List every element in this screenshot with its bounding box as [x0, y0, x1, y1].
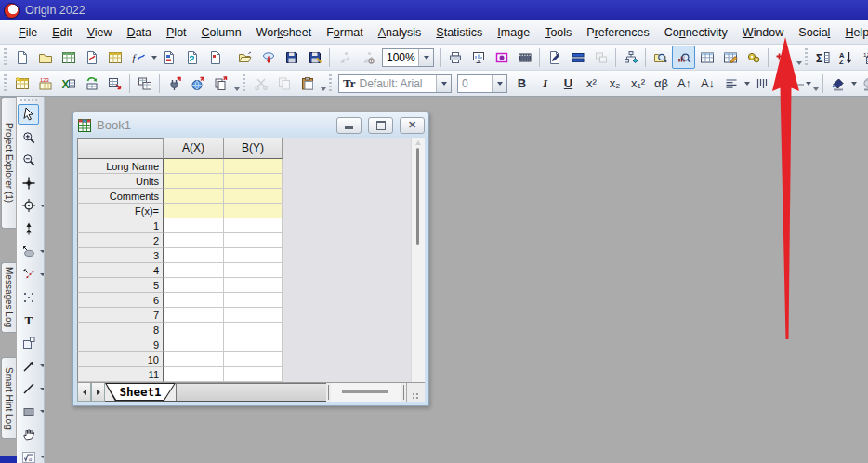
- toolbar-drag-handle[interactable]: [329, 74, 332, 93]
- bottom-dock-tab[interactable]: [0, 456, 17, 463]
- zoom-out-tool[interactable]: [18, 150, 39, 170]
- import-from-cloud-button[interactable]: [256, 46, 280, 69]
- close-button[interactable]: ✕: [400, 117, 425, 134]
- save-project-button[interactable]: [280, 46, 303, 69]
- clone-connector-button[interactable]: [209, 72, 232, 95]
- column-header-ax[interactable]: A(X): [164, 138, 224, 159]
- restore-button[interactable]: [368, 117, 393, 134]
- bold-button[interactable]: B: [510, 72, 533, 95]
- copy-button[interactable]: [272, 72, 296, 95]
- cell[interactable]: [164, 337, 224, 352]
- equation-tool-dropdown-icon[interactable]: [40, 456, 45, 458]
- cut-button[interactable]: [249, 72, 272, 95]
- reimport-data-button[interactable]: [80, 72, 103, 95]
- stop-script-button[interactable]: [356, 46, 379, 69]
- toolbar-drag-handle[interactable]: [243, 74, 245, 93]
- zoom-level-dropdown-button[interactable]: [418, 49, 433, 66]
- new-project-button[interactable]: [10, 46, 33, 69]
- font-color-button[interactable]: A: [781, 72, 804, 95]
- import-database-button[interactable]: [103, 72, 126, 95]
- sheet-prev-button[interactable]: [77, 383, 91, 402]
- new-graph-button[interactable]: [80, 46, 103, 69]
- data-reader-tool[interactable]: [18, 195, 39, 216]
- cell[interactable]: [164, 233, 224, 248]
- new-report-button[interactable]: [204, 46, 227, 69]
- toolbar-overflow-button[interactable]: [811, 73, 820, 94]
- toolbar-overflow-button[interactable]: [795, 46, 803, 68]
- dot-tool[interactable]: [18, 287, 39, 308]
- superscript-button[interactable]: x²: [580, 72, 603, 95]
- subscript-button[interactable]: x₂: [603, 72, 626, 95]
- menu-image[interactable]: Image: [490, 23, 537, 42]
- rectangle-tool[interactable]: [18, 402, 39, 422]
- cell[interactable]: [224, 189, 283, 204]
- menu-tools[interactable]: Tools: [537, 23, 579, 42]
- cell[interactable]: [224, 263, 283, 278]
- pan-tool[interactable]: [18, 424, 39, 444]
- cell[interactable]: [164, 189, 224, 204]
- menu-data[interactable]: Data: [120, 23, 159, 42]
- run-script-button[interactable]: [333, 46, 356, 69]
- screen-reader-tool[interactable]: [18, 173, 39, 193]
- import-ascii-button[interactable]: [33, 72, 57, 95]
- mask-range-tool[interactable]: [18, 242, 39, 262]
- resize-grip[interactable]: [406, 383, 421, 402]
- cell[interactable]: [164, 248, 224, 263]
- worksheet-corner-cell[interactable]: [77, 138, 164, 159]
- menu-statistics[interactable]: Statistics: [428, 23, 490, 42]
- menu-preferences[interactable]: Preferences: [579, 23, 656, 42]
- cell[interactable]: [224, 233, 283, 248]
- cell[interactable]: [224, 308, 283, 323]
- menu-format[interactable]: Format: [319, 23, 371, 42]
- side-tab-messages-log[interactable]: Messages Log: [1, 262, 16, 333]
- save-as-template-button[interactable]: [303, 46, 326, 69]
- font-size-combo[interactable]: 0: [457, 74, 507, 93]
- menu-file[interactable]: File: [11, 23, 45, 42]
- greek-symbols-button[interactable]: αβ: [650, 72, 673, 95]
- project-explorer-toggle-button[interactable]: [619, 46, 642, 69]
- cell[interactable]: [224, 159, 283, 174]
- underline-button[interactable]: U: [557, 72, 580, 95]
- font-family-combo[interactable]: TrDefault: Arial: [338, 74, 452, 93]
- add-new-column-button[interactable]: [771, 46, 795, 69]
- import-wizard-button[interactable]: [10, 72, 33, 95]
- mask-range-tool-dropdown-icon[interactable]: [40, 250, 45, 253]
- italic-button[interactable]: I: [533, 72, 557, 95]
- cell[interactable]: [164, 278, 224, 293]
- draw-data-tool[interactable]: [18, 264, 39, 284]
- data-connector-button[interactable]: [163, 72, 186, 95]
- worksheet-properties-button[interactable]: [718, 46, 742, 69]
- new-layout-button[interactable]: [157, 46, 180, 69]
- pointer-tool[interactable]: [18, 104, 39, 125]
- sub-superscript-button[interactable]: x₁²: [626, 72, 650, 95]
- cell[interactable]: [164, 204, 224, 218]
- clone-import-button[interactable]: [133, 72, 156, 95]
- font-size-dropdown-button[interactable]: [492, 75, 506, 92]
- print-button[interactable]: [443, 46, 467, 69]
- menu-analysis[interactable]: Analysis: [371, 23, 429, 42]
- video-builder-button[interactable]: [513, 46, 536, 69]
- edit-mode-button[interactable]: [543, 46, 566, 69]
- cell[interactable]: [224, 367, 283, 382]
- cell[interactable]: [164, 367, 224, 382]
- insert-object-tool[interactable]: [18, 333, 39, 353]
- cell[interactable]: [224, 337, 283, 352]
- increase-font-button[interactable]: A↑: [673, 72, 696, 95]
- cell[interactable]: [224, 174, 283, 189]
- horizontal-scrollbar-thumb[interactable]: [342, 390, 388, 393]
- pattern-fill-button[interactable]: [857, 72, 868, 95]
- scroll-up-icon[interactable]: [415, 140, 421, 145]
- new-function-plot-button[interactable]: [126, 46, 150, 69]
- fill-color-button[interactable]: [826, 72, 849, 95]
- cell[interactable]: [164, 308, 224, 323]
- new-matrix-button[interactable]: [103, 46, 126, 69]
- tools-drag-handle[interactable]: [20, 99, 37, 101]
- decrease-font-button[interactable]: A↓: [696, 72, 719, 95]
- font-family-dropdown-button[interactable]: [436, 75, 451, 92]
- sort-worksheet-button[interactable]: [835, 46, 858, 69]
- arrow-tool-dropdown-icon[interactable]: [40, 364, 45, 367]
- book1-title-bar[interactable]: Book1 ✕: [73, 112, 428, 138]
- cell[interactable]: [224, 278, 283, 293]
- draw-data-tool-dropdown-icon[interactable]: [40, 273, 45, 276]
- vertical-scrollbar[interactable]: [411, 138, 425, 383]
